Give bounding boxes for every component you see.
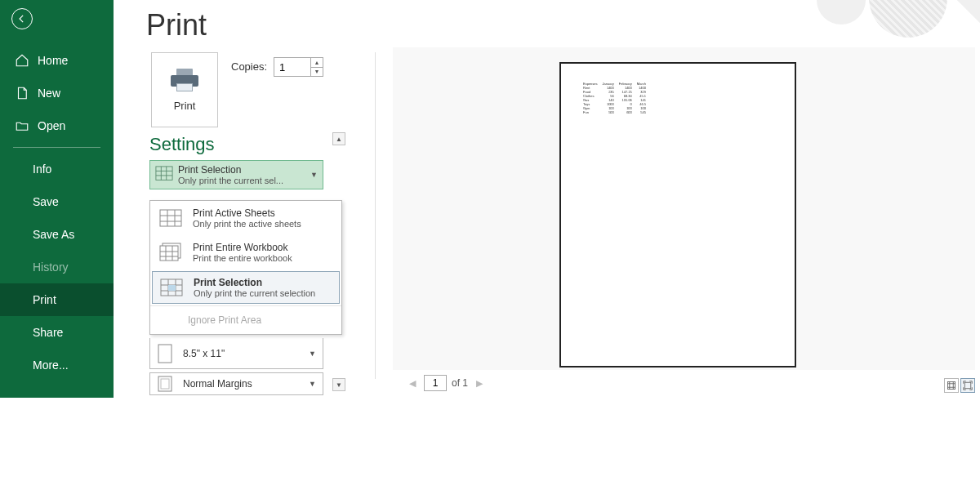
dropdown-subtitle: Only print the current sel...	[178, 176, 283, 186]
print-button-label: Print	[174, 100, 196, 112]
svg-rect-24	[161, 379, 169, 389]
svg-rect-30	[964, 382, 971, 389]
option-print-active-sheets[interactable]: Print Active Sheets Only print the activ…	[150, 201, 341, 235]
preview-page: ExpensesJanuaryFebruaryMarchRent14001400…	[559, 62, 796, 368]
svg-rect-22	[158, 345, 172, 363]
vertical-divider	[375, 52, 376, 379]
dropdown-title: Print Selection	[178, 164, 283, 176]
printer-icon	[171, 69, 198, 91]
option-print-selection[interactable]: Print Selection Only print the current s…	[152, 271, 340, 304]
sidebar-item-share[interactable]: Share	[0, 316, 114, 349]
sidebar-item-open[interactable]: Open	[0, 109, 114, 142]
sidebar-label: New	[38, 87, 60, 100]
chevron-down-icon: ▼	[310, 171, 318, 179]
print-panel: Print Print Copies: ▲ ▼ Settings ▲ ▼	[114, 0, 980, 398]
margins-icon	[157, 375, 173, 393]
sidebar-item-home[interactable]: Home	[0, 44, 114, 77]
page-navigator: ◀ of 1 ▶	[406, 375, 486, 391]
sidebar-label: Home	[38, 54, 68, 67]
svg-rect-0	[156, 167, 172, 180]
settings-heading: Settings	[149, 134, 215, 155]
option-print-entire-workbook[interactable]: Print Entire Workbook Print the entire w…	[150, 235, 341, 270]
copies-label: Copies:	[231, 60, 267, 73]
home-icon	[15, 53, 29, 68]
workbook-icon	[158, 243, 183, 262]
option-ignore-print-area: Ignore Print Area	[150, 305, 341, 334]
zoom-to-page-button[interactable]	[960, 378, 975, 393]
svg-rect-5	[160, 210, 181, 226]
sidebar-separator	[13, 147, 100, 148]
grid-icon	[155, 166, 173, 184]
prev-page-button[interactable]: ◀	[406, 378, 419, 389]
folder-open-icon	[15, 118, 29, 133]
print-preview: ExpensesJanuaryFebruaryMarchRent14001400…	[393, 47, 975, 370]
copies-up[interactable]: ▲	[311, 58, 323, 68]
file-icon	[15, 86, 29, 100]
page-total-label: of 1	[452, 377, 468, 389]
copies-stepper[interactable]: ▲ ▼	[274, 57, 323, 77]
print-what-popup: Print Active Sheets Only print the activ…	[149, 200, 342, 335]
sidebar-item-more[interactable]: More...	[0, 349, 114, 381]
show-margins-button[interactable]	[944, 378, 959, 393]
preview-table: ExpensesJanuaryFebruaryMarchRent14001400…	[581, 82, 648, 114]
sidebar-item-history: History	[0, 251, 114, 283]
selection-icon	[159, 278, 184, 297]
arrow-left-icon	[16, 13, 28, 24]
sidebar-item-save[interactable]: Save	[0, 185, 114, 218]
svg-rect-11	[160, 246, 178, 261]
margins-dropdown[interactable]: Normal Margins ▼	[149, 372, 323, 395]
settings-scroll-down[interactable]: ▼	[332, 378, 345, 391]
back-button[interactable]	[11, 8, 33, 29]
print-button[interactable]: Print	[151, 52, 218, 127]
copies-input[interactable]	[274, 58, 310, 76]
page-number-input[interactable]	[424, 375, 447, 391]
page-icon	[157, 343, 173, 364]
sidebar-item-print[interactable]: Print	[0, 283, 114, 316]
chevron-down-icon: ▼	[309, 350, 316, 358]
svg-rect-25	[948, 382, 956, 390]
backstage-sidebar: Home New Open Info Save Save As History …	[0, 0, 114, 398]
page-title: Print	[146, 8, 207, 42]
chevron-down-icon: ▼	[309, 380, 316, 388]
settings-scroll-up[interactable]: ▲	[332, 132, 345, 145]
sidebar-item-new[interactable]: New	[0, 77, 114, 109]
sidebar-label: Open	[38, 119, 65, 132]
paper-size-dropdown[interactable]: Letter 8.5" x 11" ▼	[149, 338, 323, 369]
svg-rect-21	[168, 285, 176, 291]
sidebar-item-info[interactable]: Info	[0, 153, 114, 185]
print-what-dropdown[interactable]: Print Selection Only print the current s…	[149, 160, 323, 189]
sidebar-item-save-as[interactable]: Save As	[0, 218, 114, 251]
next-page-button[interactable]: ▶	[473, 378, 486, 389]
copies-down[interactable]: ▼	[311, 68, 323, 77]
sheet-icon	[158, 208, 183, 228]
